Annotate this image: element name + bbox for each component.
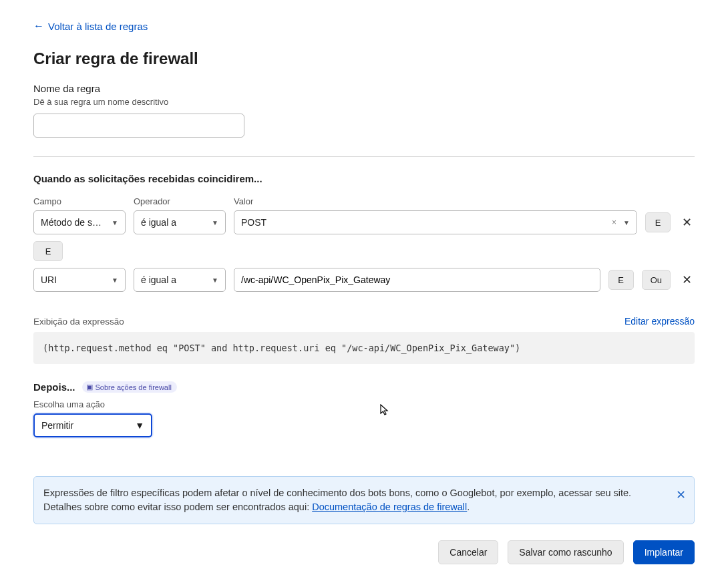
chevron-down-icon: ▼ <box>623 219 630 226</box>
cancel-button-label: Cancelar <box>449 547 487 558</box>
operator-select-1[interactable]: é igual a ▼ <box>134 268 226 292</box>
back-link-label: Voltar à lista de regras <box>48 21 148 32</box>
field-select-0-value: Método de sol... <box>41 217 106 228</box>
field-select-0[interactable]: Método de sol... ▼ <box>33 210 126 234</box>
firewall-actions-help-label: Sobre ações de firewall <box>96 383 172 391</box>
logic-or-button-1[interactable]: Ou <box>642 270 671 290</box>
value-input-0[interactable]: POST × ▼ <box>234 210 637 234</box>
conditions-title: Quando as solicitações recebidas coincid… <box>33 173 695 184</box>
info-banner: Expressões de filtro específicas podem a… <box>33 476 695 524</box>
save-draft-button-label: Salvar como rascunho <box>519 547 612 558</box>
expression-preview: (http.request.method eq "POST" and http.… <box>33 332 695 364</box>
firewall-actions-help[interactable]: ▣ Sobre ações de firewall <box>82 381 177 393</box>
action-select-value: Permitir <box>41 420 73 431</box>
divider <box>33 156 695 157</box>
logic-and-button-0[interactable]: E <box>645 212 671 232</box>
back-link[interactable]: ← Voltar à lista de regras <box>33 20 148 32</box>
chevron-down-icon: ▼ <box>212 276 218 284</box>
chevron-down-icon: ▼ <box>112 276 118 284</box>
remove-row-1[interactable]: ✕ <box>679 272 695 288</box>
remove-row-0[interactable]: ✕ <box>679 214 695 230</box>
logic-and-button-1[interactable]: E <box>608 270 634 290</box>
field-select-1[interactable]: URI ▼ <box>33 268 126 292</box>
rule-name-input[interactable] <box>33 114 244 138</box>
field-select-1-value: URI <box>41 274 57 285</box>
rule-name-label: Nome da regra <box>33 83 695 94</box>
col-header-operator: Operador <box>134 196 226 206</box>
logic-joiner-label: E <box>45 246 51 256</box>
action-label: Escolha uma ação <box>33 399 695 409</box>
chevron-down-icon: ▼ <box>112 219 118 226</box>
action-select[interactable]: Permitir ▼ <box>33 413 152 437</box>
logic-and-label-1: E <box>618 275 624 285</box>
cancel-button[interactable]: Cancelar <box>438 540 498 564</box>
logic-and-label-0: E <box>655 218 661 228</box>
operator-select-0[interactable]: é igual a ▼ <box>134 210 226 234</box>
book-icon: ▣ <box>86 383 93 391</box>
close-icon[interactable]: ✕ <box>676 486 686 504</box>
info-banner-link[interactable]: Documentação de regras de firewall <box>312 502 467 512</box>
col-header-field: Campo <box>33 196 126 206</box>
clear-tag-icon[interactable]: × <box>612 218 616 227</box>
page-title: Criar regra de firewall <box>33 49 695 68</box>
deploy-button[interactable]: Implantar <box>633 540 695 564</box>
expression-label: Exibição da expressão <box>33 317 124 327</box>
info-banner-after: . <box>467 502 470 512</box>
save-draft-button[interactable]: Salvar como rascunho <box>508 540 623 564</box>
operator-select-0-value: é igual a <box>141 217 176 228</box>
arrow-left-icon: ← <box>33 20 44 32</box>
logic-joiner[interactable]: E <box>33 241 63 261</box>
chevron-down-icon: ▼ <box>212 219 218 226</box>
value-input-1[interactable] <box>234 268 600 292</box>
logic-or-label-1: Ou <box>651 275 662 285</box>
edit-expression-link[interactable]: Editar expressão <box>624 316 695 327</box>
chevron-down-icon: ▼ <box>135 420 144 431</box>
value-input-0-value: POST <box>241 217 266 228</box>
operator-select-1-value: é igual a <box>141 274 176 285</box>
then-label: Depois... <box>33 381 75 393</box>
rule-name-hint: Dê à sua regra um nome descritivo <box>33 97 695 107</box>
col-header-value: Valor <box>234 196 637 206</box>
deploy-button-label: Implantar <box>645 547 683 558</box>
